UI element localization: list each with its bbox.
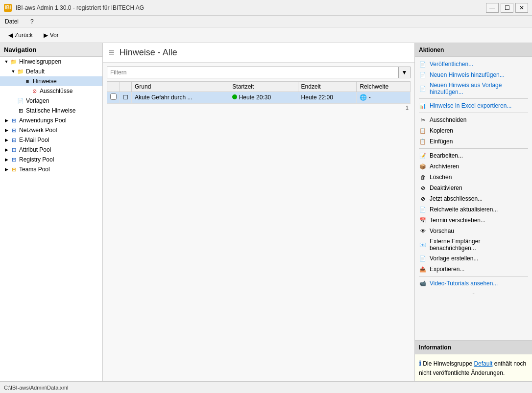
page-number: 1	[406, 105, 409, 111]
col-header-check[interactable]	[107, 82, 120, 92]
menu-datei[interactable]: Datei	[2, 17, 22, 26]
sidebar-item-email-pool[interactable]: ▶ ⊞ E-Mail Pool	[0, 135, 102, 145]
sidebar-item-teams-pool[interactable]: ▶ ⊞ Teams Pool	[0, 164, 102, 174]
action-icon-loeschen: 🗑	[419, 173, 427, 181]
row-check[interactable]	[107, 92, 120, 103]
action-kopieren[interactable]: 📋 Kopieren	[415, 125, 532, 136]
sidebar-item-hinweise[interactable]: ≡ Hinweise	[0, 76, 102, 86]
row-checkbox[interactable]	[110, 93, 117, 100]
action-icon-deaktivieren: ⊘	[419, 184, 427, 192]
action-excel-export[interactable]: 📊 Hinweise in Excel exportieren...	[415, 100, 532, 111]
action-icon-video: 📹	[419, 279, 427, 287]
action-icon-termin: 📅	[419, 216, 427, 224]
action-vorlage-erstellen[interactable]: 📄 Vorlage erstellen...	[415, 253, 532, 264]
expand-icon: ▼	[4, 59, 9, 64]
menu-help[interactable]: ?	[27, 17, 37, 26]
action-reichweite-aktualisieren[interactable]: 📄 Reichweite aktualisieren...	[415, 204, 532, 215]
action-archivieren[interactable]: 📦 Archivieren	[415, 161, 532, 172]
row-endzeit: Heute 22:00	[298, 92, 357, 103]
action-termin-verschieben[interactable]: 📅 Termin verschieben...	[415, 215, 532, 226]
app-icon: IBI	[4, 4, 12, 12]
action-veroeffentlichen[interactable]: 📄 Veröffentlichen...	[415, 59, 532, 69]
action-externe-empfaenger[interactable]: 📧 Externe Empfänger benachrichtigen...	[415, 236, 532, 253]
sidebar-item-vorlagen[interactable]: 📄 Vorlagen	[0, 96, 102, 106]
status-bar: C:\IBI-aws\Admin\Data.xml	[0, 381, 532, 393]
sidebar-item-netzwerk-pool[interactable]: ▶ ⊞ Netzwerk Pool	[0, 125, 102, 135]
list-icon: ≡	[24, 77, 31, 85]
action-vorlage-hinzufuegen[interactable]: 📄 Neuen Hinweis aus Vorlage hinzufügen..…	[415, 80, 532, 97]
action-icon-kopieren: 📋	[419, 127, 427, 135]
sidebar-item-default[interactable]: ▼ 📁 Default	[0, 67, 102, 76]
expand-icon: ▶	[4, 118, 9, 123]
action-einfuegen[interactable]: 📋 Einfügen	[415, 136, 532, 147]
right-panel: Aktionen 📄 Veröffentlichen... 📄 Neuen Hi…	[414, 43, 532, 381]
action-icon-neuen-hinweis: 📄	[419, 71, 427, 79]
col-header-grund[interactable]: Grund	[132, 82, 229, 92]
action-video-tutorials[interactable]: 📹 Video-Tutorials ansehen...	[415, 278, 532, 289]
sidebar-label-vorlagen: Vorlagen	[26, 97, 49, 104]
filter-button[interactable]: ▼	[399, 67, 411, 78]
action-label-bearbeiten: Bearbeiten...	[430, 152, 463, 159]
action-deaktivieren[interactable]: ⊘ Deaktivieren	[415, 183, 532, 193]
sidebar-item-anwendungs-pool[interactable]: ▶ ⊞ Anwendungs Pool	[0, 116, 102, 125]
action-vorschau[interactable]: 👁 Vorschau	[415, 226, 532, 236]
sidebar-item-hinweisgruppen[interactable]: ▼ 📁 Hinweisgruppen	[0, 57, 102, 67]
sidebar-label-ausschluesse: Ausschlüsse	[40, 88, 73, 94]
sidebar: Navigation ▼ 📁 Hinweisgruppen ▼ 📁 Defaul…	[0, 43, 103, 381]
more-hint: ...	[415, 289, 532, 296]
action-label-vorlage-erstellen: Vorlage erstellen...	[430, 255, 478, 262]
filter-input[interactable]	[107, 67, 399, 78]
action-label-reichweite: Reichweite aktualisieren...	[430, 206, 498, 213]
action-label-excel: Hinweise in Excel exportieren...	[430, 102, 511, 109]
info-link-default[interactable]: Default	[474, 360, 492, 367]
toolbar: ◀ Zurück ▶ Vor	[0, 27, 532, 43]
action-label-externe: Externe Empfänger benachrichtigen...	[430, 238, 528, 252]
sidebar-item-ausschluesse[interactable]: ⊘ Ausschlüsse	[0, 86, 102, 96]
spacer	[18, 79, 23, 84]
sidebar-item-statische-hinweise[interactable]: ⊞ Statische Hinweise	[0, 106, 102, 116]
actions-list: 📄 Veröffentlichen... 📄 Neuen Hinweis hin…	[415, 57, 532, 340]
expand-icon: ▶	[4, 128, 9, 133]
action-label-loeschen: Löschen	[430, 174, 452, 181]
col-header-startzeit[interactable]: Startzeit	[229, 82, 298, 92]
action-icon-vorlage-erstellen: 📄	[419, 254, 427, 262]
action-icon-reichweite: 📄	[419, 206, 427, 213]
sidebar-item-registry-pool[interactable]: ▶ ⊞ Registry Pool	[0, 155, 102, 164]
close-button[interactable]: ✕	[515, 3, 528, 13]
table-row[interactable]: ☐ Akute Gefahr durch ... Heute 20:30 Heu…	[107, 92, 411, 103]
action-ausschneiden[interactable]: ✂ Ausschneiden	[415, 115, 532, 125]
sidebar-item-attribut-pool[interactable]: ▶ ⊞ Attribut Pool	[0, 145, 102, 155]
window-controls: — ☐ ✕	[486, 3, 528, 13]
minimize-button[interactable]: —	[486, 3, 499, 13]
action-label-veroeffentlichen: Veröffentlichen...	[430, 61, 473, 68]
action-icon-ausschneiden: ✂	[419, 116, 427, 124]
action-icon-bearbeiten: 📝	[419, 152, 427, 160]
back-label: Zurück	[15, 32, 33, 39]
content-title: Hinweise - Alle	[120, 47, 177, 58]
grid-blue-icon5: ⊞	[10, 156, 18, 163]
spacer	[11, 98, 16, 103]
info-content: ℹ Die Hinweisgruppe Default enthält noch…	[415, 354, 532, 381]
action-loeschen[interactable]: 🗑 Löschen	[415, 172, 532, 183]
actions-header: Aktionen	[415, 43, 532, 57]
action-icon-externe: 📧	[419, 241, 427, 249]
forward-button[interactable]: ▶ Vor	[39, 30, 63, 41]
action-bearbeiten[interactable]: 📝 Bearbeiten...	[415, 150, 532, 161]
action-jetzt-abschliessen[interactable]: ⊘ Jetzt abschliessen...	[415, 193, 532, 204]
action-neuen-hinweis[interactable]: 📄 Neuen Hinweis hinzufügen...	[415, 69, 532, 80]
col-header-endzeit[interactable]: Endzeit	[298, 82, 357, 92]
action-label-vorlage-hinzufuegen: Neuen Hinweis aus Vorlage hinzufügen...	[430, 82, 528, 95]
action-label-einfuegen: Einfügen	[430, 138, 453, 145]
col-header-icon[interactable]	[120, 82, 132, 92]
maximize-button[interactable]: ☐	[501, 3, 513, 13]
action-icon-archivieren: 📦	[419, 162, 427, 170]
action-exportieren[interactable]: 📤 Exportieren...	[415, 264, 532, 275]
forward-arrow-icon: ▶	[44, 32, 48, 39]
sidebar-label-email-pool: E-Mail Pool	[19, 137, 49, 143]
grid-blue-icon4: ⊞	[10, 146, 18, 154]
col-header-reichweite[interactable]: Reichweite	[357, 82, 411, 92]
separator-3	[419, 148, 528, 149]
back-button[interactable]: ◀ Zurück	[4, 30, 37, 41]
expand-icon: ▼	[11, 69, 16, 74]
sidebar-label-netzwerk-pool: Netzwerk Pool	[19, 127, 57, 134]
